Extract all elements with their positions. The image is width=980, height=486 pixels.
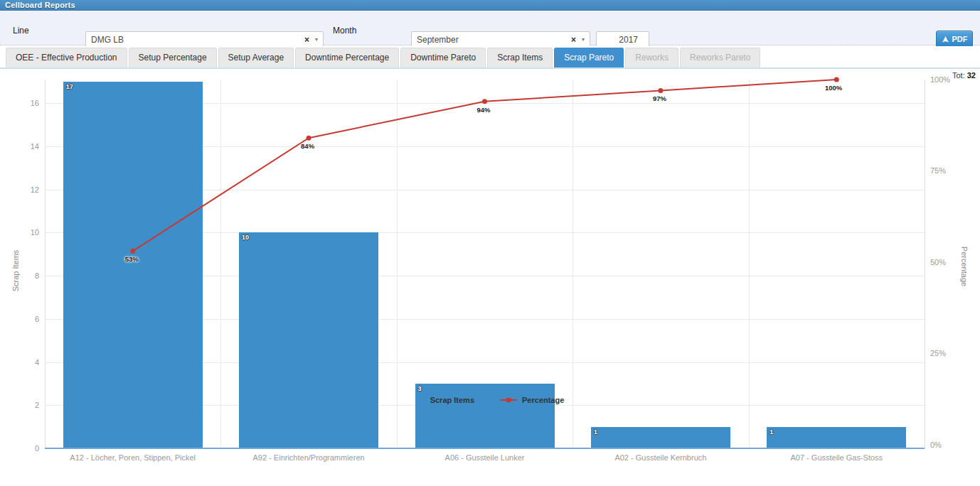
scrap-items-bar[interactable] (239, 232, 378, 448)
pareto-chart: Tot: 32 Scrap Items Percentage 024681012… (0, 69, 980, 486)
tab-bar: OEE - Effective ProductionSetup Percenta… (0, 46, 980, 69)
percentage-point-label: 84% (289, 142, 314, 150)
left-axis-tick: 14 (9, 142, 39, 151)
tab-scrap-pareto[interactable]: Scrap Pareto (554, 48, 624, 68)
vertical-gridline (749, 80, 750, 448)
left-axis-tick: 8 (9, 271, 39, 280)
left-axis-tick: 16 (9, 99, 39, 107)
right-axis-tick: 50% (930, 258, 960, 266)
tab-reworks: Reworks (625, 48, 678, 68)
plot-left-border (45, 80, 46, 448)
tab-reworks-pareto: Reworks Pareto (680, 48, 760, 68)
percentage-point (307, 136, 311, 141)
left-axis-tick: 12 (9, 185, 39, 194)
left-axis-tick: 0 (9, 444, 39, 453)
pdf-button-label: PDF (952, 35, 968, 43)
x-axis-category-label: A07 - Gussteile Gas-Stoss (749, 453, 925, 462)
vertical-gridline (397, 80, 398, 448)
percentage-line-swatch (500, 399, 517, 401)
total-value: 32 (967, 71, 976, 80)
bar-value-label: 10 (242, 234, 249, 241)
scrap-items-bar[interactable] (767, 427, 906, 448)
pdf-button[interactable]: PDF (936, 31, 973, 48)
line-label: Line (13, 26, 29, 36)
x-axis-category-label: A12 - Löcher, Poren, Stippen, Pickel (45, 453, 220, 462)
x-axis-category-label: A06 - Gussteile Lunker (397, 453, 572, 462)
legend-item-percentage[interactable]: Percentage (500, 396, 564, 404)
tab-setup-average[interactable]: Setup Average (218, 48, 294, 68)
x-axis-line (45, 448, 925, 449)
bar-value-label: 17 (66, 83, 73, 90)
scrap-items-swatch (416, 395, 425, 404)
month-label: Month (333, 26, 356, 36)
legend-label-scrap-items: Scrap Items (430, 396, 474, 404)
app-titlebar: Cellboard Reports (0, 0, 980, 11)
vertical-gridline (220, 80, 221, 448)
tab-oee-effective-production[interactable]: OEE - Effective Production (6, 48, 127, 68)
vertical-gridline (572, 80, 573, 448)
percentage-point-label: 53% (113, 255, 139, 263)
right-axis-tick: 25% (930, 349, 960, 357)
legend-label-percentage: Percentage (522, 396, 564, 404)
plot-right-border (925, 80, 925, 448)
right-axis-tick: 0% (930, 441, 960, 449)
pdf-icon (942, 36, 949, 43)
right-axis-tick: 100% (930, 75, 960, 84)
year-input[interactable] (596, 31, 649, 48)
bar-value-label: 1 (769, 428, 773, 436)
page-title: Cellboard Reports (5, 1, 75, 9)
clear-icon[interactable]: × (300, 36, 314, 44)
month-select-value: September (417, 35, 567, 45)
tab-setup-percentage[interactable]: Setup Percentage (129, 48, 217, 68)
tab-downtime-percentage[interactable]: Downtime Percentage (295, 48, 399, 68)
left-axis-tick: 4 (9, 358, 39, 367)
scrap-items-bar[interactable] (591, 427, 730, 448)
percentage-point (658, 88, 663, 93)
x-axis-category-label: A92 - Einrichten/Programmieren (220, 453, 396, 462)
bar-value-label: 1 (594, 428, 597, 436)
left-axis-tick: 6 (9, 315, 39, 323)
percentage-point-label: 100% (816, 84, 842, 92)
month-select[interactable]: September × ▾ (411, 31, 590, 48)
left-axis-title: Scrap Items (11, 235, 20, 306)
line-select[interactable]: DMG LB × ▾ (85, 31, 324, 48)
right-axis-title: Percentage (960, 231, 969, 302)
x-axis-category-label: A02 - Gussteile Kernbruch (572, 453, 748, 462)
clear-icon[interactable]: × (567, 36, 580, 44)
filter-bar: Line DMG LB × ▾ Month September × ▾ PDF (0, 11, 980, 45)
scrap-items-bar[interactable] (63, 82, 203, 448)
scrap-items-bar[interactable] (415, 384, 555, 448)
left-axis-tick: 10 (9, 228, 39, 237)
chart-legend: Scrap Items Percentage (0, 395, 980, 404)
tab-scrap-items[interactable]: Scrap Items (487, 48, 553, 68)
right-axis-tick: 75% (930, 166, 960, 175)
chevron-down-icon[interactable]: ▾ (314, 36, 318, 43)
bar-value-label: 3 (418, 385, 422, 392)
legend-item-scrap-items[interactable]: Scrap Items (416, 395, 474, 404)
percentage-point-label: 97% (641, 94, 666, 102)
line-select-value: DMG LB (91, 35, 300, 45)
chevron-down-icon[interactable]: ▾ (580, 36, 585, 43)
tab-downtime-pareto[interactable]: Downtime Pareto (400, 48, 486, 68)
percentage-point (834, 77, 839, 82)
percentage-point-label: 94% (465, 106, 491, 114)
